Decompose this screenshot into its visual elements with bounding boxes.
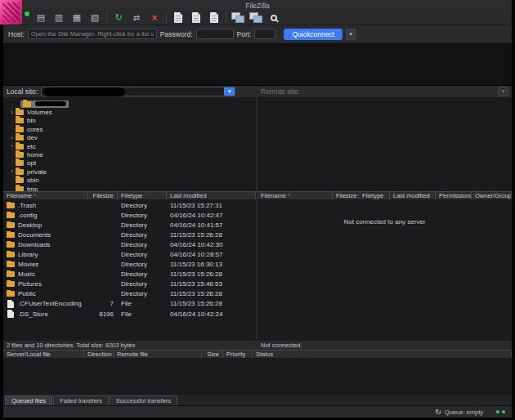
file-type: Directory xyxy=(118,241,167,248)
remote-site-dropdown-button[interactable]: ▾ xyxy=(498,87,508,96)
folder-icon xyxy=(16,169,24,175)
redacted-local-path xyxy=(43,87,125,96)
column-filename[interactable]: Filename^ xyxy=(258,192,333,199)
tree-item-sbin[interactable]: sbin xyxy=(3,176,256,185)
file-name: Library xyxy=(18,251,38,258)
tree-item-label: Volumes xyxy=(27,109,52,116)
file-row[interactable]: Public Directory 11/15/23 15:26:28 xyxy=(3,289,256,299)
local-site-combo[interactable]: ▾ xyxy=(41,87,235,96)
toggle-queue-button[interactable]: ▧ xyxy=(88,11,101,24)
column-filename[interactable]: Filename^ xyxy=(3,192,88,199)
tree-item-tmp[interactable]: tmp xyxy=(3,185,256,191)
cancel-button[interactable]: × xyxy=(148,11,161,24)
tree-item-opt[interactable]: opt xyxy=(3,159,256,168)
folder-icon xyxy=(16,186,24,191)
column-filetype[interactable]: Filetype xyxy=(359,192,390,199)
column-server-local-file[interactable]: Server/Local file xyxy=(3,351,84,358)
quickconnect-button[interactable]: Quickconnect xyxy=(284,29,343,40)
file-type: Directory xyxy=(118,270,167,278)
filter-button[interactable] xyxy=(208,11,221,24)
file-row[interactable]: Movies Directory 11/15/23 16:30:13 xyxy=(3,260,256,270)
file-name: Desktop xyxy=(18,221,42,229)
local-site-dropdown-button[interactable]: ▾ xyxy=(224,87,235,96)
file-row[interactable]: .DS_Store 8196 File 04/16/24 10:42:24 xyxy=(3,309,256,319)
tree-item-private[interactable]: › private xyxy=(3,168,256,176)
file-row[interactable]: Pictures Directory 11/15/23 15:46:53 xyxy=(3,279,256,289)
directory-listing-button[interactable] xyxy=(172,11,185,24)
find-files-button[interactable] xyxy=(267,11,280,24)
expander-icon[interactable]: › xyxy=(8,168,16,175)
folder-icon xyxy=(7,281,15,287)
sync-browsing-button[interactable] xyxy=(249,11,262,24)
add-to-queue-button[interactable] xyxy=(190,11,203,24)
file-row[interactable]: .CFUserTextEncoding 7 File 11/15/23 15:2… xyxy=(3,299,256,309)
directory-compare-button[interactable] xyxy=(231,11,244,24)
tab-queued-files[interactable]: Queued files xyxy=(5,395,52,405)
tree-item-cores[interactable]: cores xyxy=(3,125,256,133)
not-connected-message: Not connected to any server xyxy=(258,218,512,226)
tree-item-volumes[interactable]: › Volumes xyxy=(3,108,256,116)
file-name: Public xyxy=(18,290,36,297)
title-bar[interactable]: FileZilla xyxy=(3,0,512,11)
column-status[interactable]: Status xyxy=(253,351,512,358)
column-permissions[interactable]: Permissions xyxy=(436,192,472,199)
quickconnect-dropdown-button[interactable]: ▾ xyxy=(346,29,356,40)
file-modified: 11/15/23 15:26:28 xyxy=(167,290,256,297)
column-filesize[interactable]: Filesize xyxy=(333,192,359,199)
password-input[interactable] xyxy=(196,29,234,39)
document-icon xyxy=(192,12,200,23)
file-row[interactable]: Desktop Directory 04/16/24 10:41:57 xyxy=(3,220,256,230)
remote-list-header: Filename^ Filesize Filetype Last modifie… xyxy=(258,191,512,200)
column-direction[interactable]: Direction xyxy=(84,351,114,358)
column-remote-file[interactable]: Remote file xyxy=(114,351,202,358)
tree-item-home[interactable]: home xyxy=(3,150,256,159)
toolbar: ▤ ▥ ▦ ▧ ↻ ⇄ × xyxy=(3,11,512,25)
tree-item-etc[interactable]: › etc xyxy=(3,142,256,150)
folder-icon xyxy=(7,271,15,277)
column-owner-group[interactable]: Owner/Group xyxy=(472,192,512,199)
tab-successful-transfers[interactable]: Successful transfers xyxy=(110,395,178,405)
toggle-local-tree-button[interactable]: ▥ xyxy=(52,11,65,24)
expander-icon[interactable]: › xyxy=(8,109,16,116)
tree-item-dev[interactable]: › dev xyxy=(3,134,256,142)
file-row[interactable]: Library Directory 04/16/24 10:28:57 xyxy=(3,249,256,259)
file-modified: 11/15/23 16:30:13 xyxy=(167,261,256,268)
toggle-remote-tree-button[interactable]: ▦ xyxy=(70,11,83,24)
toolbar-separator xyxy=(226,12,226,23)
toolbar-separator xyxy=(106,12,107,23)
host-input[interactable] xyxy=(28,29,157,39)
expander-icon[interactable]: › xyxy=(8,143,16,150)
tree-item-label: home xyxy=(27,151,43,159)
tree-item-bin[interactable]: bin xyxy=(3,117,256,125)
column-last-modified[interactable]: Last modified xyxy=(167,192,256,199)
column-filesize[interactable]: Filesize xyxy=(88,192,118,199)
queue-header: Server/Local file Direction Remote file … xyxy=(3,350,512,359)
column-last-modified[interactable]: Last modified xyxy=(390,192,436,199)
file-row[interactable]: .Trash Directory 11/15/23 15:27:31 xyxy=(3,200,256,210)
process-queue-button[interactable]: ⇄ xyxy=(130,11,143,24)
tree-item-label: bin xyxy=(27,117,36,124)
port-input[interactable] xyxy=(254,29,275,39)
file-size: 8196 xyxy=(88,311,118,318)
column-filetype[interactable]: Filetype xyxy=(118,192,167,199)
window-title: FileZilla xyxy=(245,2,269,10)
local-list-header: Filename^ Filesize Filetype Last modifie… xyxy=(3,191,256,200)
folder-icon xyxy=(16,144,24,150)
refresh-button[interactable]: ↻ xyxy=(112,11,125,24)
tree-item-selected[interactable] xyxy=(3,100,256,108)
traffic-light-green[interactable] xyxy=(25,11,29,16)
file-row[interactable]: Music Directory 11/15/23 15:26:28 xyxy=(3,270,256,279)
column-size[interactable]: Size xyxy=(202,351,223,358)
folder-icon xyxy=(16,152,24,158)
expander-icon[interactable]: › xyxy=(8,135,16,141)
file-type: File xyxy=(118,300,167,307)
toggle-message-log-button[interactable]: ▤ xyxy=(34,11,47,24)
file-icon xyxy=(7,300,14,308)
document-icon xyxy=(174,12,182,23)
tab-failed-transfers[interactable]: Failed transfers xyxy=(53,395,109,405)
file-row[interactable]: Downloads Directory 04/16/24 10:42:30 xyxy=(3,239,256,249)
column-priority[interactable]: Priority xyxy=(223,351,253,358)
local-file-list: .Trash Directory 11/15/23 15:27:31 .conf… xyxy=(3,200,256,340)
file-row[interactable]: Documents Directory 11/15/23 15:26:28 xyxy=(3,230,256,239)
file-row[interactable]: .config Directory 04/16/24 10:42:47 xyxy=(3,210,256,220)
